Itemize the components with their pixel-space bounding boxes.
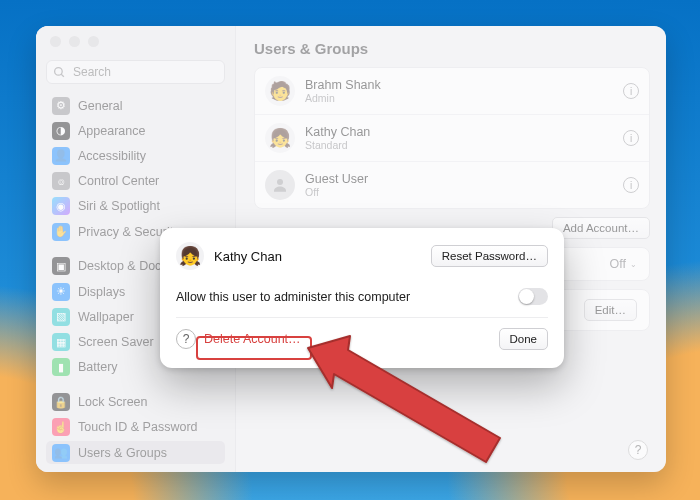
help-button[interactable]: ? [176, 329, 196, 349]
avatar: 👧 [176, 242, 204, 270]
hand-icon: ✋ [52, 223, 70, 241]
user-name: Brahm Shank [305, 78, 381, 92]
zoom-window-button[interactable] [88, 36, 99, 47]
auto-login-value[interactable]: Off [610, 257, 626, 271]
sidebar-item-lock-screen[interactable]: 🔒Lock Screen [46, 391, 225, 414]
info-icon[interactable]: i [623, 130, 639, 146]
window-controls [50, 36, 99, 47]
siri-icon: ◉ [52, 197, 70, 215]
info-icon[interactable]: i [623, 177, 639, 193]
user-role: Off [305, 186, 368, 198]
user-name: Kathy Chan [305, 125, 370, 139]
chevron-down-icon[interactable]: ⌄ [630, 260, 637, 269]
admin-toggle[interactable] [518, 288, 548, 305]
user-role: Standard [305, 139, 370, 151]
sidebar-item-label: Wallpaper [78, 310, 134, 324]
dock-icon: ▣ [52, 257, 70, 275]
user-options-modal: 👧 Kathy Chan Reset Password… Allow this … [160, 228, 564, 368]
user-role: Admin [305, 92, 381, 104]
sidebar-item-siri-spotlight[interactable]: ◉Siri & Spotlight [46, 195, 225, 218]
reset-password-button[interactable]: Reset Password… [431, 245, 548, 267]
sidebar-item-label: Appearance [78, 124, 145, 138]
accessibility-icon: 👤 [52, 147, 70, 165]
user-row[interactable]: 👧 Kathy Chan Standard i [255, 115, 649, 162]
sidebar-item-accessibility[interactable]: 👤Accessibility [46, 144, 225, 167]
user-name: Guest User [305, 172, 368, 186]
sidebar-item-label: Touch ID & Password [78, 420, 198, 434]
delete-account-button[interactable]: Delete Account… [204, 332, 301, 346]
sidebar-item-users-groups[interactable]: 👥Users & Groups [46, 441, 225, 464]
battery-icon: ▮ [52, 358, 70, 376]
sidebar-item-label: Displays [78, 285, 125, 299]
svg-point-2 [277, 179, 283, 185]
avatar: 🧑 [265, 76, 295, 106]
admin-toggle-label: Allow this user to administer this compu… [176, 290, 410, 304]
close-window-button[interactable] [50, 36, 61, 47]
gear-icon: ⚙ [52, 97, 70, 115]
svg-point-0 [55, 68, 63, 76]
appearance-icon: ◑ [52, 122, 70, 140]
sidebar-item-label: Accessibility [78, 149, 146, 163]
avatar: 👧 [265, 123, 295, 153]
info-icon[interactable]: i [623, 83, 639, 99]
svg-line-1 [61, 74, 64, 77]
add-account-button[interactable]: Add Account… [552, 217, 650, 239]
sidebar-item-label: Lock Screen [78, 395, 147, 409]
sidebar-item-label: Desktop & Dock [78, 259, 168, 273]
user-list: 🧑 Brahm Shank Admin i 👧 Kathy Chan Stand… [254, 67, 650, 209]
sidebar-item-label: Screen Saver [78, 335, 154, 349]
page-title: Users & Groups [254, 40, 650, 57]
search-field[interactable] [46, 60, 225, 84]
help-button[interactable]: ? [628, 440, 648, 460]
screensaver-icon: ▦ [52, 333, 70, 351]
lock-icon: 🔒 [52, 393, 70, 411]
sidebar-item-label: Users & Groups [78, 446, 167, 460]
wallpaper-icon: ▧ [52, 308, 70, 326]
sidebar-item-label: Battery [78, 360, 118, 374]
user-row[interactable]: Guest User Off i [255, 162, 649, 208]
modal-user-name: Kathy Chan [214, 249, 282, 264]
display-icon: ☀ [52, 283, 70, 301]
sidebar-item-label: Control Center [78, 174, 159, 188]
done-button[interactable]: Done [499, 328, 549, 350]
control-center-icon: ⌾ [52, 172, 70, 190]
sidebar-item-touch-id[interactable]: ☝Touch ID & Password [46, 416, 225, 439]
sidebar-item-control-center[interactable]: ⌾Control Center [46, 170, 225, 193]
search-input[interactable] [46, 60, 225, 84]
user-row[interactable]: 🧑 Brahm Shank Admin i [255, 68, 649, 115]
users-icon: 👥 [52, 444, 70, 462]
sidebar-item-appearance[interactable]: ◑Appearance [46, 119, 225, 142]
sidebar-item-general[interactable]: ⚙General [46, 94, 225, 117]
fingerprint-icon: ☝ [52, 418, 70, 436]
search-icon [53, 65, 66, 83]
edit-button[interactable]: Edit… [584, 299, 637, 321]
minimize-window-button[interactable] [69, 36, 80, 47]
sidebar-item-label: General [78, 99, 122, 113]
avatar [265, 170, 295, 200]
sidebar-item-label: Siri & Spotlight [78, 199, 160, 213]
